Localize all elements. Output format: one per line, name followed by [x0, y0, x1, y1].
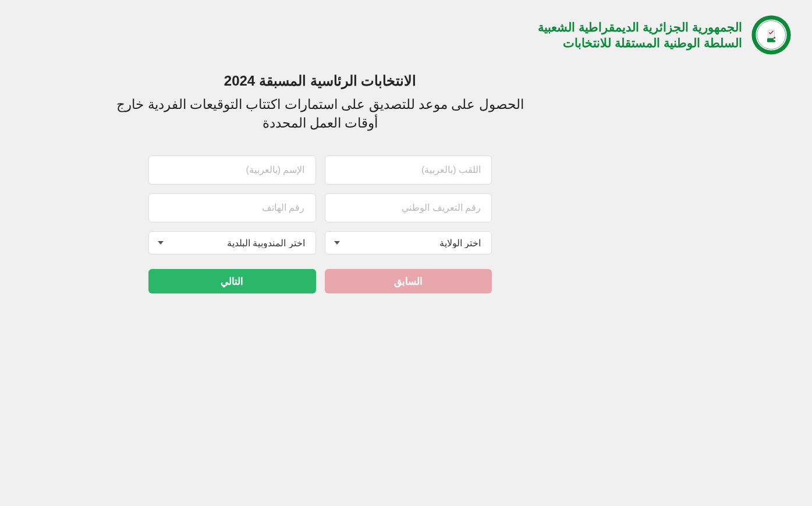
wilaya-select[interactable]: اختر الولاية — [325, 231, 492, 254]
button-row: السابق التالي — [148, 269, 492, 293]
delegation-select[interactable]: اختر المندوبية البلدية — [148, 231, 316, 254]
header-country-title: الجمهورية الجزائرية الديمقراطية الشعبية — [538, 20, 742, 34]
national-id-input[interactable] — [325, 193, 492, 222]
next-button[interactable]: التالي — [148, 269, 316, 293]
form-row-location: اختر الولاية اختر المندوبية البلدية — [148, 231, 492, 254]
lastname-input[interactable] — [325, 155, 492, 185]
header-authority-title: السلطة الوطنية المستقلة للانتخابات — [538, 36, 742, 50]
firstname-input[interactable] — [148, 155, 316, 185]
logo-icon — [751, 15, 792, 55]
form-row-ids — [148, 193, 492, 222]
main-content: الانتخابات الرئاسية المسبقة 2024 الحصول … — [93, 73, 547, 293]
previous-button[interactable]: السابق — [325, 269, 492, 293]
page-subtitle: الحصول على موعد للتصديق على استمارات اكت… — [99, 95, 541, 132]
page-header: الجمهورية الجزائرية الديمقراطية الشعبية … — [0, 0, 812, 61]
header-text-block: الجمهورية الجزائرية الديمقراطية الشعبية … — [538, 20, 742, 50]
appointment-form: اختر الولاية اختر المندوبية البلدية السا… — [148, 155, 492, 293]
form-row-name — [148, 155, 492, 185]
svg-point-7 — [774, 37, 775, 38]
phone-input[interactable] — [148, 193, 316, 222]
page-title: الانتخابات الرئاسية المسبقة 2024 — [99, 73, 541, 89]
